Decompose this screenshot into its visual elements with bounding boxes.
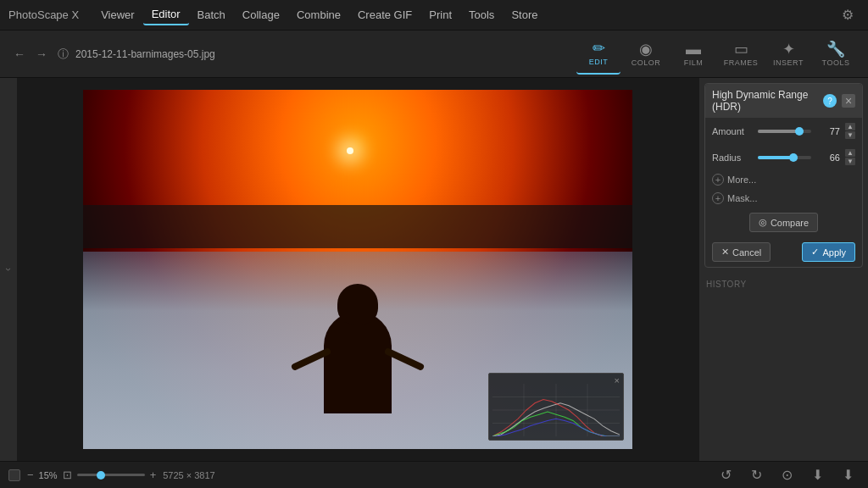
apply-check-icon: ✓ [811, 247, 819, 258]
forward-button[interactable]: → [32, 46, 51, 63]
radius-slider-row: Radius 66 ▲ ▼ [705, 144, 862, 170]
cancel-label: Cancel [732, 247, 761, 258]
fit-button[interactable]: ⊙ [775, 463, 798, 487]
boy-silhouette [298, 278, 417, 413]
nav-buttons: ← → [10, 46, 51, 63]
radius-thumb[interactable] [789, 153, 798, 162]
amount-decrement[interactable]: ▼ [845, 131, 855, 139]
boy-head [337, 284, 378, 324]
frames-label: FRAMES [724, 58, 759, 67]
back-button[interactable]: ← [10, 46, 29, 63]
redo-button[interactable]: ↻ [744, 463, 768, 487]
amount-value: 77 [816, 126, 840, 136]
radius-increment[interactable]: ▲ [845, 149, 855, 157]
toolbar: ← → ⓘ 2015-12-11-barnimages-05.jpg ✏ EDI… [0, 30, 868, 78]
more-label: More... [727, 175, 756, 185]
collapse-arrow[interactable]: › [3, 268, 14, 271]
mask-row[interactable]: + Mask... [705, 189, 862, 208]
main-area: › × [0, 78, 868, 461]
apply-button[interactable]: ✓ Apply [802, 242, 855, 262]
radius-decrement[interactable]: ▼ [845, 158, 855, 165]
histogram-canvas [489, 374, 623, 440]
cancel-x-icon: ✕ [721, 247, 729, 258]
insert-icon: ✦ [782, 42, 795, 57]
history-section: History [699, 273, 868, 295]
menu-creategif[interactable]: Create GIF [349, 5, 420, 25]
menu-collage[interactable]: Collage [234, 5, 288, 25]
crowd-silhouette [83, 205, 632, 248]
save-as-button[interactable]: ⬇ [836, 463, 860, 487]
mask-plus-icon: + [712, 192, 724, 204]
checkbox[interactable] [8, 469, 20, 481]
photo-canvas: × [83, 90, 632, 449]
zoom-slider[interactable] [77, 474, 145, 476]
image-dimensions: 5725 × 3817 [163, 470, 214, 480]
radius-label: Radius [712, 152, 753, 163]
more-row[interactable]: + More... [705, 170, 862, 189]
film-label: FILM [684, 58, 704, 67]
hdr-title: High Dynamic Range (HDR) [712, 89, 818, 113]
undo-button[interactable]: ↺ [714, 463, 737, 487]
filename: 2015-12-11-barnimages-05.jpg [75, 48, 576, 60]
menu-tools[interactable]: Tools [460, 5, 503, 25]
tool-tools[interactable]: 🔧 TOOLS [814, 34, 858, 75]
apply-label: Apply [822, 247, 846, 258]
amount-thumb[interactable] [795, 127, 804, 136]
save-button[interactable]: ⬇ [805, 463, 829, 487]
compare-button[interactable]: ◎ Compare [749, 213, 818, 232]
amount-stepper: ▲ ▼ [845, 123, 855, 139]
frames-icon: ▭ [734, 42, 748, 57]
hdr-header: High Dynamic Range (HDR) ? × [705, 84, 862, 118]
action-row: ✕ Cancel ✓ Apply [705, 237, 862, 267]
zoom-slider-thumb[interactable] [97, 471, 105, 480]
zoom-controls: − 15% ⊡ + [27, 469, 156, 481]
tools-icon: 🔧 [826, 42, 845, 57]
right-panel: High Dynamic Range (HDR) ? × Amount 77 ▲… [698, 78, 868, 461]
tools-label: TOOLS [822, 58, 850, 67]
zoom-out-button[interactable]: − [27, 469, 34, 481]
amount-slider[interactable] [758, 130, 811, 133]
histogram-close-button[interactable]: × [615, 375, 620, 385]
tool-edit[interactable]: ✏ EDIT [576, 34, 620, 75]
menu-editor[interactable]: Editor [143, 4, 189, 25]
tool-color[interactable]: ◉ COLOR [624, 34, 668, 75]
menu-batch[interactable]: Batch [189, 5, 234, 25]
zoom-in-button[interactable]: + [150, 469, 157, 481]
menu-print[interactable]: Print [420, 5, 460, 25]
gear-icon[interactable]: ⚙ [836, 3, 860, 27]
hdr-panel: High Dynamic Range (HDR) ? × Amount 77 ▲… [704, 83, 863, 268]
menu-store[interactable]: Store [503, 5, 546, 25]
cancel-button[interactable]: ✕ Cancel [712, 242, 771, 262]
mask-label: Mask... [727, 193, 757, 203]
hdr-help-button[interactable]: ? [823, 94, 837, 108]
color-icon: ◉ [639, 42, 653, 57]
radius-fill [758, 156, 793, 159]
tool-icons: ✏ EDIT ◉ COLOR ▬ FILM ▭ FRAMES ✦ INSERT … [576, 34, 858, 75]
tool-film[interactable]: ▬ FILM [671, 34, 715, 75]
edit-label: EDIT [589, 58, 609, 66]
radius-slider[interactable] [758, 156, 811, 159]
more-plus-icon: + [712, 174, 724, 186]
hdr-close-button[interactable]: × [842, 94, 855, 108]
compare-row: ◎ Compare [705, 208, 862, 237]
amount-increment[interactable]: ▲ [845, 123, 855, 130]
history-label: History [706, 280, 747, 289]
app-name: PhotoScape X [8, 8, 79, 21]
bottom-actions: ↺ ↻ ⊙ ⬇ ⬇ [714, 463, 860, 487]
insert-label: INSERT [773, 58, 804, 67]
zoom-fit-button[interactable]: ⊡ [63, 469, 72, 481]
tool-insert[interactable]: ✦ INSERT [766, 34, 810, 75]
radius-stepper: ▲ ▼ [845, 149, 855, 165]
amount-fill [758, 130, 799, 133]
info-icon[interactable]: ⓘ [58, 47, 69, 62]
left-panel: › [0, 78, 17, 461]
amount-label: Amount [712, 126, 753, 136]
menubar: PhotoScape X Viewer Editor Batch Collage… [0, 0, 868, 30]
film-icon: ▬ [686, 42, 701, 57]
amount-slider-row: Amount 77 ▲ ▼ [705, 118, 862, 144]
menu-viewer[interactable]: Viewer [92, 5, 143, 25]
menu-combine[interactable]: Combine [288, 5, 349, 25]
histogram-overlay: × [488, 373, 624, 441]
tool-frames[interactable]: ▭ FRAMES [719, 34, 763, 75]
radius-value: 66 [816, 152, 840, 163]
